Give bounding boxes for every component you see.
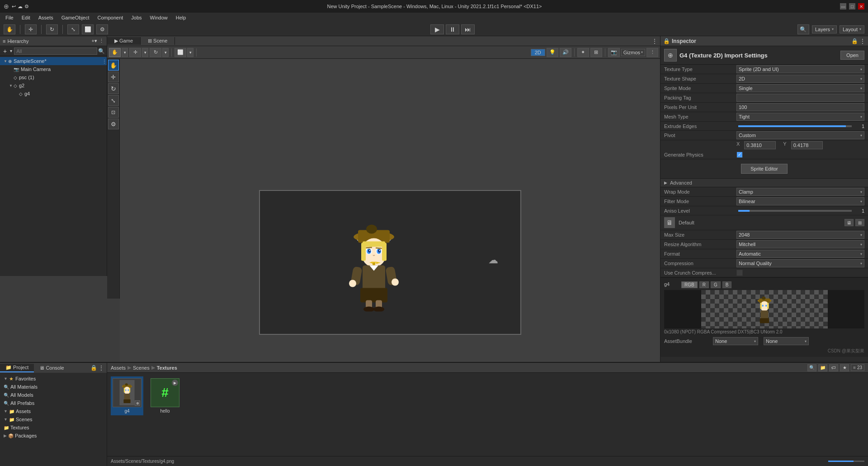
scene-tool-dropdown-3[interactable]: ▾ [162,48,169,57]
ab-search-btn[interactable]: 🔍 [807,364,816,371]
toolbar-search[interactable]: 🔍 [797,24,809,34]
pivot-dropdown[interactable]: Custom ▾ [736,131,864,139]
assetbundle-dropdown[interactable]: None ▾ [713,337,758,345]
zoom-slider[interactable] [828,461,864,462]
packing-tag-input[interactable] [736,94,864,102]
layout-dropdown[interactable]: Layout ▾ [840,25,864,33]
inspector-menu-btn[interactable]: ⋮ [860,38,865,44]
scene-tool-dropdown-1[interactable]: ▾ [122,48,128,57]
scene-tool-dropdown-4[interactable]: ▾ [187,48,193,57]
menu-file[interactable]: File [2,14,17,21]
max-size-dropdown[interactable]: 2048 ▾ [736,231,864,239]
toolbar-transform-tool[interactable]: ⚙ [96,24,108,34]
hierarchy-menu-btn[interactable]: ⋮ [99,38,104,44]
compression-dropdown[interactable]: Normal Quality ▾ [736,259,864,267]
tool-rotate[interactable]: ↻ [108,83,119,94]
ab-star-btn[interactable]: ★ [840,364,849,371]
tree-item-g2[interactable]: ▼ ◇ g2 [0,81,107,90]
hierarchy-arrow-small[interactable]: ▾ [9,48,13,53]
asset-item-g4[interactable]: ⊕ g4 [111,376,143,415]
proj-all-models[interactable]: 🔍 All Models [0,391,107,399]
toolbar-undo[interactable]: ↩ [12,4,16,10]
toolbar-cloud[interactable]: ☁ [18,4,23,10]
breadcrumb-assets[interactable]: Assets [111,365,126,371]
tool-hand[interactable]: ✋ [108,60,119,71]
play-button[interactable]: ▶ [430,24,444,34]
menu-assets[interactable]: Assets [35,14,57,21]
gen-physics-checkbox[interactable]: ✓ [736,152,743,158]
menu-component[interactable]: Component [94,14,127,21]
pause-button[interactable]: ⏸ [446,24,459,34]
toolbar-hand-tool[interactable]: ✋ [4,24,15,34]
tree-item-g4[interactable]: ◇ g4 [0,90,107,98]
proj-all-prefabs[interactable]: 🔍 All Prefabs [0,399,107,407]
proj-all-materials[interactable]: 🔍 All Materials [0,383,107,391]
scene-2d-btn[interactable]: 2D [531,49,545,56]
pivot-y-input[interactable] [791,141,823,149]
scene-panel-menu[interactable]: ⋮ [649,37,660,45]
step-button[interactable]: ⏭ [461,24,475,34]
scene-tool-dropdown-2[interactable]: ▾ [142,48,148,57]
scene-gizmos-dropdown[interactable]: Gizmos ▾ [621,49,645,56]
use-crunch-checkbox[interactable] [736,270,743,276]
aniso-slider[interactable] [738,210,852,212]
channel-r[interactable]: R [699,281,709,288]
wrap-mode-dropdown[interactable]: Clamp ▾ [736,188,864,196]
advanced-section-header[interactable]: ▶ Advanced [660,178,868,187]
scene-light-btn[interactable]: 💡 [547,48,558,57]
hierarchy-add-btn[interactable]: +▾ [92,38,97,44]
ab-label-btn[interactable]: 🏷 [829,364,838,371]
layers-dropdown[interactable]: Layers ▾ [812,25,837,33]
hierarchy-search-input[interactable] [14,48,97,55]
tab-project[interactable]: 📁 Project [0,364,34,372]
resize-algo-dropdown[interactable]: Mitchell ▾ [736,240,864,248]
filter-mode-dropdown[interactable]: Bilinear ▾ [736,197,864,205]
minimize-button[interactable]: — [840,3,846,10]
inspector-lock-btn[interactable]: 🔒 [851,38,858,44]
texture-shape-dropdown[interactable]: 2D ▾ [736,75,864,83]
menu-help[interactable]: Help [172,14,190,21]
toolbar-scale-tool[interactable]: ⤡ [67,24,79,34]
mesh-type-dropdown[interactable]: Tight ▾ [736,113,864,121]
toolbar-rotate-tool[interactable]: ↻ [46,24,58,34]
extrude-edges-slider[interactable] [738,125,852,127]
tab-console[interactable]: 🖥 Console [34,364,69,371]
menu-edit[interactable]: Edit [18,14,34,21]
tool-rect[interactable]: ⊡ [108,107,119,118]
tool-move[interactable]: ✛ [108,71,119,82]
close-button[interactable]: ✕ [858,3,864,10]
texture-type-dropdown[interactable]: Sprite (2D and UI) ▾ [736,65,864,73]
breadcrumb-scenes[interactable]: Scenes [133,365,150,371]
toolbar-move-tool[interactable]: ✛ [25,24,37,34]
assetbundle-variant-dropdown[interactable]: None ▾ [764,337,809,345]
breadcrumb-textures[interactable]: Textures [157,365,177,371]
tree-item-maincamera[interactable]: 📷 Main Camera [0,65,107,73]
platform-toggle-2[interactable]: ⊞ [855,219,864,226]
scene-tool-rotate[interactable]: ↻ [150,48,161,57]
menu-gameobject[interactable]: GameObject [58,14,93,21]
scene-camera-align[interactable]: 📷 [608,48,620,57]
format-dropdown[interactable]: Automatic ▾ [736,250,864,258]
tab-scene[interactable]: ⊞ Scene [141,37,175,45]
open-button[interactable]: Open [840,51,864,60]
sprite-mode-dropdown[interactable]: Single ▾ [736,84,864,92]
asset-item-hello[interactable]: # ▶ hello [149,376,181,415]
channel-b[interactable]: B [722,281,732,288]
platform-toggle-1[interactable]: 🖥 [844,219,854,226]
project-panel-controls[interactable]: 🔒 ⋮ [88,364,107,372]
hierarchy-add-small[interactable]: + [2,48,8,55]
proj-assets[interactable]: ▼ 📁 Assets [0,407,107,415]
scene-audio-btn[interactable]: 🔊 [560,48,571,57]
scene-more-btn[interactable]: ⋮ [646,48,658,57]
tab-game[interactable]: ▶ Game [107,37,141,45]
toolbar-collab[interactable]: ⚙ [24,4,29,10]
proj-scenes[interactable]: ▼ 📁 Scenes [0,415,107,423]
scene-tool-move[interactable]: ✛ [129,48,141,57]
scene-tool-hand[interactable]: ✋ [109,48,121,57]
tree-item-samplescene[interactable]: ▼ ⊕ SampleScene* ⋮ [0,57,107,65]
sprite-editor-button[interactable]: Sprite Editor [741,164,788,174]
proj-packages[interactable]: ▶ 📦 Packages [0,432,107,440]
proj-favorites[interactable]: ▼ ★ Favorites [0,375,107,383]
pivot-x-input[interactable] [744,141,776,149]
channel-g[interactable]: G [711,281,721,288]
